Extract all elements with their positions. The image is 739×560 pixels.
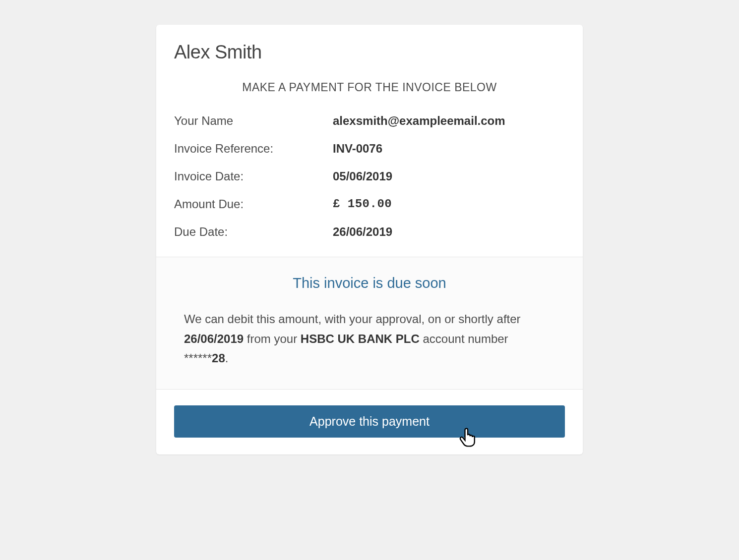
account-last-digits: 28 — [212, 351, 225, 365]
invoice-details-grid: Your Name alexsmith@exampleemail.com Inv… — [174, 114, 565, 239]
amount-due-label: Amount Due: — [174, 197, 333, 211]
invoice-reference-label: Invoice Reference: — [174, 142, 333, 156]
your-name-value: alexsmith@exampleemail.com — [333, 114, 565, 128]
status-text-part: . — [225, 351, 229, 365]
status-section: This invoice is due soon We can debit th… — [156, 257, 583, 389]
invoice-date-value: 05/06/2019 — [333, 169, 565, 183]
status-description: We can debit this amount, with your appr… — [174, 309, 565, 368]
amount-due-value: £ 150.00 — [333, 197, 565, 211]
customer-name: Alex Smith — [174, 42, 565, 63]
account-mask: ****** — [184, 351, 212, 365]
due-date-label: Due Date: — [174, 225, 333, 239]
bank-name: HSBC UK BANK PLC — [301, 332, 420, 345]
status-title: This invoice is due soon — [174, 275, 565, 291]
status-text-part: We can debit this amount, with your appr… — [184, 312, 521, 326]
action-section: Approve this payment — [156, 389, 583, 454]
approve-payment-button[interactable]: Approve this payment — [174, 405, 565, 438]
your-name-label: Your Name — [174, 114, 333, 128]
invoice-details-section: Alex Smith MAKE A PAYMENT FOR THE INVOIC… — [156, 25, 583, 257]
invoice-reference-value: INV-0076 — [333, 142, 565, 156]
instruction-text: MAKE A PAYMENT FOR THE INVOICE BELOW — [174, 81, 565, 94]
debit-date: 26/06/2019 — [184, 332, 244, 345]
status-text-part: account number — [420, 332, 508, 345]
status-text-part: from your — [244, 332, 301, 345]
due-date-value: 26/06/2019 — [333, 225, 565, 239]
invoice-date-label: Invoice Date: — [174, 169, 333, 183]
payment-card: Alex Smith MAKE A PAYMENT FOR THE INVOIC… — [156, 25, 583, 454]
